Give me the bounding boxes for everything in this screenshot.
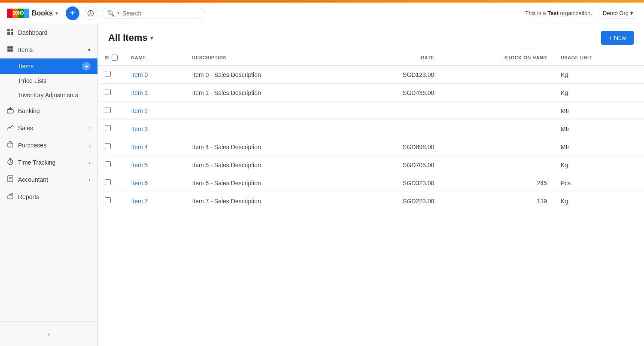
row-checkbox[interactable] [105, 107, 111, 113]
table-row: Item 2 Mtr [98, 102, 644, 120]
row-name[interactable]: Item 0 [125, 65, 185, 84]
logo-area[interactable]: ZOHO Books ▾ [7, 9, 58, 18]
row-unit: Kg [554, 156, 644, 174]
row-rate: SGD323.00 [351, 174, 441, 192]
page-title-area: All Items ▾ [108, 32, 153, 43]
banking-icon [7, 107, 14, 115]
time-tracking-icon [7, 158, 14, 167]
row-stock [441, 102, 554, 120]
row-name[interactable]: Item 3 [125, 120, 185, 138]
table-row: Item 5 Item 5 - Sales Description SGD705… [98, 156, 644, 174]
title-dropdown-icon[interactable]: ▾ [150, 34, 153, 41]
th-usage-unit: USAGE UNIT [554, 50, 644, 65]
new-button[interactable]: + New [601, 31, 634, 45]
search-filter[interactable]: ▾ [117, 10, 120, 16]
svg-rect-10 [8, 143, 13, 147]
search-input[interactable] [122, 10, 200, 17]
row-stock [441, 138, 554, 156]
row-checkbox[interactable] [105, 71, 111, 77]
svg-rect-8 [7, 110, 13, 113]
sidebar-label-purchases: Purchases [18, 142, 46, 149]
collapse-sidebar-button[interactable]: ‹ [0, 326, 97, 342]
row-stock [441, 65, 554, 84]
row-stock [441, 156, 554, 174]
row-checkbox[interactable] [105, 89, 111, 95]
purchases-icon [7, 141, 14, 150]
sidebar-item-dashboard[interactable]: Dashboard [0, 24, 97, 41]
items-table: ⊞ NAME DESCRIPTION RATE STOCK ON HAND US… [98, 50, 644, 210]
time-tracking-arrow-icon: › [89, 160, 91, 165]
app-name: Books [32, 9, 53, 17]
sales-icon [7, 124, 14, 132]
main-layout: Dashboard Items ▾ Items + Price Lists In… [0, 24, 644, 346]
sidebar-bottom: ‹ [0, 322, 97, 346]
table-row: Item 4 Item 4 - Sales Description SGD898… [98, 138, 644, 156]
row-checkbox-cell [98, 84, 125, 102]
table-row: Item 3 Mtr [98, 120, 644, 138]
row-name[interactable]: Item 1 [125, 84, 185, 102]
row-checkbox-cell [98, 192, 125, 210]
row-checkbox[interactable] [105, 197, 111, 203]
accountant-arrow-icon: › [89, 177, 91, 182]
sidebar-item-purchases[interactable]: Purchases › [0, 137, 97, 154]
row-name[interactable]: Item 2 [125, 102, 185, 120]
row-unit: Pcs [554, 174, 644, 192]
accountant-icon [7, 175, 14, 184]
purchases-arrow-icon: › [89, 143, 91, 148]
row-description: Item 5 - Sales Description [185, 156, 351, 174]
row-description: Item 4 - Sales Description [185, 138, 351, 156]
sidebar-sub-item-items[interactable]: Items + [0, 58, 97, 74]
zoho-logo: ZOHO [7, 9, 29, 18]
sidebar-item-banking[interactable]: Banking [0, 102, 97, 119]
row-description: Item 6 - Sales Description [185, 174, 351, 192]
row-checkbox[interactable] [105, 179, 111, 185]
row-unit: Mtr [554, 102, 644, 120]
items-arrow-icon: ▾ [88, 47, 91, 53]
row-rate: SGD705.00 [351, 156, 441, 174]
row-name[interactable]: Item 5 [125, 156, 185, 174]
org-selector[interactable]: Demo Org ▾ [599, 8, 637, 18]
price-lists-label: Price Lists [19, 77, 47, 84]
content-area: All Items ▾ + New ⊞ NAME DES [98, 24, 644, 346]
sidebar-item-items[interactable]: Items ▾ [0, 41, 97, 58]
app-chevron-icon[interactable]: ▾ [55, 10, 58, 16]
svg-rect-1 [7, 29, 10, 31]
sidebar-sub-item-inventory-adjustments[interactable]: Inventory Adjustments [0, 88, 97, 102]
add-button[interactable]: + [66, 6, 79, 20]
row-rate: SGD436.00 [351, 84, 441, 102]
th-description: DESCRIPTION [185, 50, 351, 65]
add-item-icon[interactable]: + [82, 62, 91, 70]
row-unit: Kg [554, 65, 644, 84]
row-description: Item 7 - Sales Description [185, 192, 351, 210]
sidebar-item-time-tracking[interactable]: Time Tracking › [0, 154, 97, 171]
select-all-checkbox[interactable] [112, 55, 118, 61]
sidebar-label-reports: Reports [18, 193, 39, 200]
table-row: Item 0 Item 0 - Sales Description SGD123… [98, 65, 644, 84]
sales-arrow-icon: › [89, 126, 91, 131]
reports-icon [7, 193, 14, 201]
row-checkbox[interactable] [105, 125, 111, 131]
svg-rect-2 [11, 29, 13, 31]
sidebar: Dashboard Items ▾ Items + Price Lists In… [0, 24, 98, 346]
row-name[interactable]: Item 7 [125, 192, 185, 210]
row-checkbox-cell [98, 138, 125, 156]
row-name[interactable]: Item 6 [125, 174, 185, 192]
th-name: NAME [125, 50, 185, 65]
row-checkbox[interactable] [105, 143, 111, 149]
sidebar-item-label-dashboard: Dashboard [18, 29, 48, 36]
history-button[interactable] [84, 6, 97, 20]
row-checkbox-cell [98, 102, 125, 120]
sidebar-item-reports[interactable]: Reports [0, 188, 97, 205]
row-unit: Mtr [554, 138, 644, 156]
row-stock: 139 [441, 192, 554, 210]
row-name[interactable]: Item 4 [125, 138, 185, 156]
sidebar-item-sales[interactable]: Sales › [0, 119, 97, 137]
column-resize-icon[interactable]: ⊞ [105, 55, 109, 61]
org-info: This is a Test organization. [525, 10, 592, 16]
dashboard-icon [7, 28, 14, 37]
search-bar[interactable]: 🔍 ▾ [102, 8, 205, 19]
row-checkbox[interactable] [105, 161, 111, 167]
row-description [185, 102, 351, 120]
sidebar-item-accountant[interactable]: Accountant › [0, 171, 97, 188]
sidebar-sub-item-price-lists[interactable]: Price Lists [0, 74, 97, 88]
